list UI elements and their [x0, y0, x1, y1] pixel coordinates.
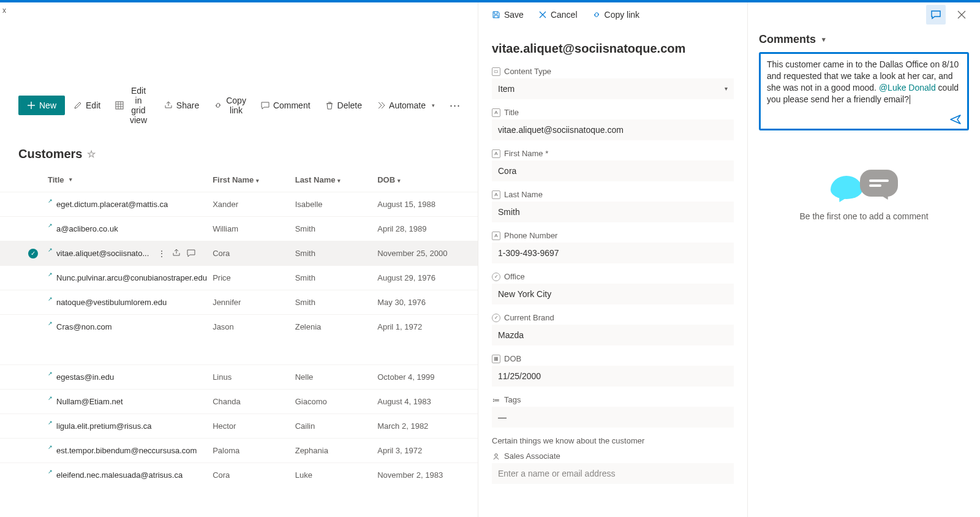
row-title[interactable]: eget.dictum.placerat@mattis.ca [56, 200, 168, 209]
comments-pane: Comments ▾ This customer came in to the … [747, 2, 980, 517]
row-dob: August 15, 1988 [377, 200, 472, 209]
office-input[interactable]: New York City [492, 284, 734, 304]
edit-grid-button[interactable]: Edit in grid view [109, 82, 156, 129]
brand-label: Current Brand [504, 313, 554, 322]
row-first-name: Jennifer [213, 298, 295, 307]
delete-label: Delete [337, 100, 362, 110]
phone-label: Phone Number [504, 231, 557, 240]
phone-input[interactable]: 1-309-493-9697 [492, 243, 734, 263]
cancel-button[interactable]: Cancel [533, 7, 582, 22]
content-type-label: Content Type [504, 67, 551, 76]
row-title[interactable]: Nullam@Etiam.net [56, 397, 123, 406]
share-indicator-icon: ↗ [48, 371, 53, 377]
row-title[interactable]: ligula.elit.pretium@risus.ca [56, 421, 152, 431]
favorite-star-icon[interactable]: ☆ [87, 148, 96, 160]
comments-toggle-button[interactable] [926, 5, 946, 25]
table-row[interactable]: ↗Cras@non.comJasonZeleniaApril 1, 1972 [0, 314, 478, 339]
col-title[interactable]: Title▾ [48, 175, 213, 184]
comment-button[interactable]: Comment [255, 97, 317, 114]
comment-input[interactable]: This customer came in to the Dallas Offi… [759, 52, 969, 130]
edit-button[interactable]: Edit [67, 97, 107, 114]
last-name-input[interactable]: Smith [492, 202, 734, 222]
x-icon [538, 10, 547, 19]
tags-input[interactable]: — [492, 407, 734, 428]
pencil-icon [74, 101, 82, 110]
col-last-name[interactable]: Last Name▾ [295, 175, 378, 184]
empty-illustration [831, 167, 898, 204]
row-last-name: Smith [295, 298, 378, 307]
col-dob[interactable]: DOB▾ [377, 175, 472, 184]
title-input[interactable]: vitae.aliquet@sociisnatoque.com [492, 119, 734, 140]
row-title[interactable]: eleifend.nec.malesuada@atrisus.ca [56, 470, 183, 480]
more-button[interactable]: ··· [443, 96, 467, 116]
share-button[interactable]: Share [158, 97, 205, 114]
row-last-name: Giacomo [295, 397, 378, 406]
svg-rect-0 [116, 102, 123, 109]
text-cursor [910, 95, 910, 104]
row-dob: August 29, 1976 [377, 273, 472, 282]
close-button[interactable] [952, 5, 971, 25]
row-title[interactable]: vitae.aliquet@sociisnato... [56, 249, 149, 258]
section-note: Certain things we know about the custome… [492, 436, 734, 445]
copy-link-button[interactable]: Copy link [208, 92, 252, 119]
row-last-name: Cailin [295, 421, 378, 431]
new-label: New [39, 100, 56, 110]
chevron-down-icon: ▾ [256, 178, 259, 184]
list-toolbar: New Edit Edit in grid view Share [0, 76, 478, 135]
row-title[interactable]: Cras@non.com [56, 322, 112, 331]
automate-button[interactable]: Automate ▾ [371, 97, 441, 114]
row-title[interactable]: a@aclibero.co.uk [56, 224, 118, 233]
share-indicator-icon: ↗ [48, 395, 53, 401]
form-title: vitae.aliquet@sociisnatoque.com [492, 42, 734, 56]
last-name-label: Last Name [504, 190, 543, 199]
brand-input[interactable]: Mazda [492, 325, 734, 345]
panel-copy-link-button[interactable]: Copy link [587, 7, 645, 22]
comment-draft-text: This customer came in to the Dallas Offi… [767, 59, 961, 105]
row-dob: April 1, 1972 [377, 322, 472, 331]
row-dob: August 4, 1983 [377, 397, 472, 406]
row-first-name: Cora [213, 249, 295, 258]
row-title[interactable]: est.tempor.bibendum@neccursusa.com [56, 446, 197, 455]
save-button[interactable]: Save [487, 7, 529, 22]
row-title[interactable]: Nunc.pulvinar.arcu@conubianostraper.edu [56, 273, 207, 282]
row-last-name: Smith [295, 224, 378, 233]
row-first-name: Chanda [213, 397, 295, 406]
comment-icon [261, 101, 270, 110]
comments-header[interactable]: Comments ▾ [759, 33, 969, 46]
table-row[interactable]: ↗egestas@in.eduLinusNelleOctober 4, 1999 [0, 364, 478, 389]
row-title[interactable]: egestas@in.edu [56, 372, 114, 382]
row-title[interactable]: natoque@vestibulumlorem.edu [56, 298, 167, 307]
delete-button[interactable]: Delete [319, 97, 368, 114]
cancel-label: Cancel [551, 10, 578, 20]
chevron-down-icon: ▾ [337, 178, 341, 184]
new-button[interactable]: New [18, 96, 65, 115]
save-label: Save [504, 10, 524, 20]
mention-chip[interactable]: @Luke Donald [879, 83, 936, 92]
text-icon: A [492, 108, 500, 117]
table-row[interactable]: ↗est.tempor.bibendum@neccursusa.comPalom… [0, 438, 478, 462]
content-type-select[interactable]: Item▾ [492, 78, 734, 99]
row-comment-icon[interactable] [187, 249, 195, 258]
table-row[interactable]: ↗Nunc.pulvinar.arcu@conubianostraper.edu… [0, 265, 478, 290]
tag-icon: ≔ [492, 396, 500, 404]
row-more-icon[interactable]: ⋮ [157, 249, 166, 258]
table-row[interactable]: ↗eleifend.nec.malesuada@atrisus.caCoraLu… [0, 462, 478, 487]
table-row[interactable]: ↗eget.dictum.placerat@mattis.caXanderIsa… [0, 192, 478, 216]
sa-input[interactable]: Enter a name or email address [492, 463, 734, 484]
table-row[interactable]: ↗natoque@vestibulumlorem.eduJenniferSmit… [0, 290, 478, 314]
first-name-input[interactable]: Cora [492, 160, 734, 181]
dob-label: DOB [504, 354, 521, 363]
table-row[interactable]: ↗Nullam@Etiam.netChandaGiacomoAugust 4, … [0, 389, 478, 413]
row-share-icon[interactable] [172, 249, 181, 258]
comment-label: Comment [273, 100, 311, 110]
table-row[interactable]: ✓↗vitae.aliquet@sociisnato...⋮CoraSmithN… [0, 241, 478, 265]
row-last-name: Smith [295, 273, 378, 282]
form-pane: Save Cancel Copy link vitae.aliquet@soci… [478, 2, 747, 517]
table-row[interactable]: ↗a@aclibero.co.ukWilliamSmithApril 28, 1… [0, 216, 478, 241]
col-first-name[interactable]: First Name▾ [213, 175, 295, 184]
dob-input[interactable]: 11/25/2000 [492, 366, 734, 387]
selected-check-icon[interactable]: ✓ [28, 249, 38, 258]
share-indicator-icon: ↗ [48, 198, 53, 204]
send-button[interactable] [950, 114, 961, 125]
table-row[interactable]: ↗ligula.elit.pretium@risus.caHectorCaili… [0, 413, 478, 438]
